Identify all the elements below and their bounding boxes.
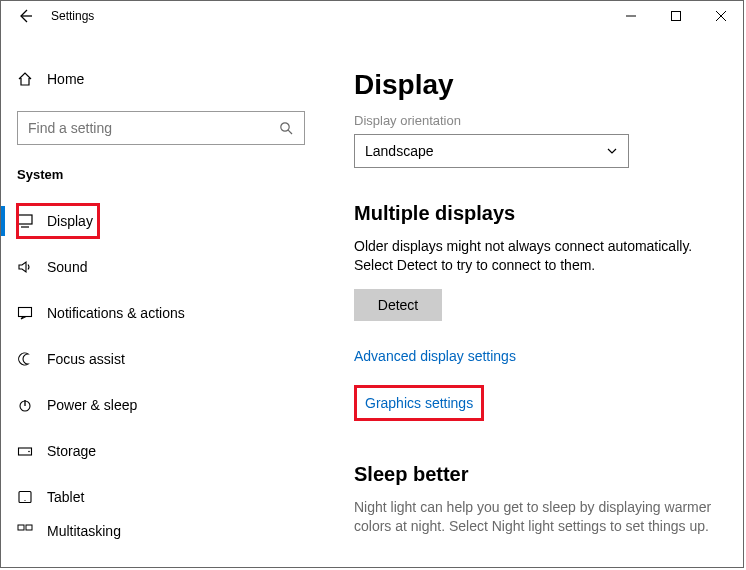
notifications-icon (17, 306, 47, 320)
sidebar-item-tablet[interactable]: Tablet (1, 474, 321, 520)
sidebar-item-focus-assist[interactable]: Focus assist (1, 336, 321, 382)
sidebar-item-label: Notifications & actions (47, 305, 185, 321)
svg-rect-2 (18, 215, 32, 224)
orientation-select[interactable]: Landscape (354, 134, 629, 168)
home-label: Home (47, 71, 84, 87)
sidebar-item-label: Tablet (47, 489, 84, 505)
svg-rect-3 (19, 308, 32, 317)
sidebar-item-label: Sound (47, 259, 87, 275)
sidebar-item-label: Storage (47, 443, 96, 459)
sidebar-item-notifications[interactable]: Notifications & actions (1, 290, 321, 336)
back-button[interactable] (15, 6, 35, 26)
close-button[interactable] (698, 1, 743, 31)
sidebar-item-sound[interactable]: Sound (1, 244, 321, 290)
sidebar-item-multitasking[interactable]: Multitasking (1, 520, 321, 542)
nav-list: Display Sound Notifications & actions (1, 198, 321, 567)
chevron-down-icon (606, 145, 618, 157)
storage-icon (17, 444, 47, 458)
multiple-displays-body: Older displays might not always connect … (354, 237, 714, 275)
search-icon (278, 121, 294, 135)
orientation-label: Display orientation (354, 113, 723, 128)
svg-point-1 (281, 123, 289, 131)
window-title: Settings (51, 9, 94, 23)
content-pane: Display Display orientation Landscape Mu… (321, 31, 743, 567)
search-input[interactable] (17, 111, 305, 145)
minimize-button[interactable] (608, 1, 653, 31)
svg-point-6 (28, 451, 30, 453)
sidebar-item-storage[interactable]: Storage (1, 428, 321, 474)
maximize-button[interactable] (653, 1, 698, 31)
graphics-settings-link[interactable]: Graphics settings (365, 395, 473, 411)
svg-rect-9 (18, 525, 24, 530)
svg-rect-0 (671, 12, 680, 21)
power-icon (17, 398, 47, 412)
sleep-better-body: Night light can help you get to sleep by… (354, 498, 714, 536)
search-field[interactable] (28, 120, 278, 136)
sleep-better-header: Sleep better (354, 463, 723, 486)
multiple-displays-header: Multiple displays (354, 202, 723, 225)
nav-group-header: System (1, 145, 321, 188)
tablet-icon (17, 490, 47, 504)
advanced-display-link[interactable]: Advanced display settings (354, 348, 516, 364)
home-icon (17, 71, 47, 87)
home-nav[interactable]: Home (1, 59, 321, 99)
sidebar-item-power-sleep[interactable]: Power & sleep (1, 382, 321, 428)
svg-rect-10 (26, 525, 32, 530)
detect-button[interactable]: Detect (354, 289, 442, 321)
sidebar-item-label: Display (47, 213, 93, 229)
display-icon (17, 214, 47, 228)
sidebar-item-label: Power & sleep (47, 397, 137, 413)
sidebar-item-display[interactable]: Display (1, 198, 321, 244)
focus-assist-icon (17, 352, 47, 366)
svg-point-8 (24, 500, 25, 501)
page-title: Display (354, 69, 723, 101)
sidebar-item-label: Multitasking (47, 523, 121, 539)
multitasking-icon (17, 524, 47, 538)
sound-icon (17, 260, 47, 274)
sidebar-item-label: Focus assist (47, 351, 125, 367)
orientation-value: Landscape (365, 143, 434, 159)
sidebar: Home System Display (1, 31, 321, 567)
